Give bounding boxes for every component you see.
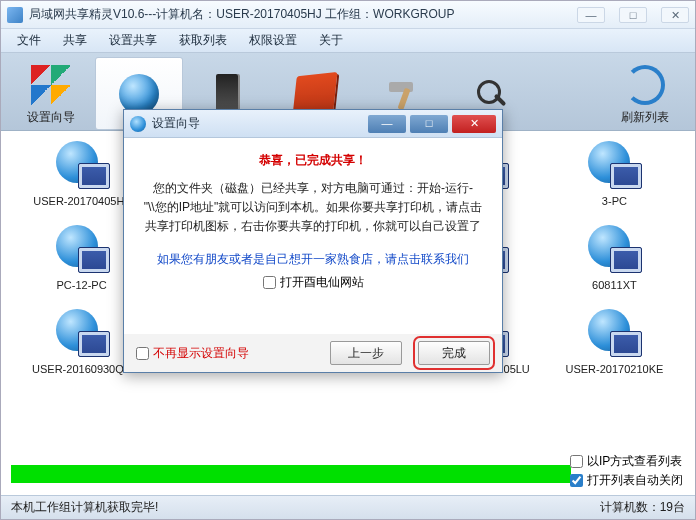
- chk-auto-close-box[interactable]: [570, 474, 583, 487]
- chk-view-by-ip[interactable]: 以IP方式查看列表: [570, 453, 683, 470]
- computer-item[interactable]: USER-20170210KE: [552, 309, 677, 375]
- menubar: 文件 共享 设置共享 获取列表 权限设置 关于: [1, 29, 695, 53]
- status-right: 计算机数：19台: [600, 499, 685, 516]
- computer-icon: [54, 225, 110, 273]
- close-button[interactable]: ✕: [661, 7, 689, 23]
- toolbtn-wizard[interactable]: 设置向导: [7, 57, 95, 130]
- wizard-open-site-chk[interactable]: 打开酉电仙网站: [263, 274, 364, 291]
- wizard-maximize-button[interactable]: □: [410, 115, 448, 133]
- wizard-body: 恭喜，已完成共享！ 您的文件夹（磁盘）已经共享，对方电脑可通过：开始-运行-"\…: [124, 138, 502, 334]
- computer-label: PC-12-PC: [57, 279, 107, 291]
- wizard-titlebar: 设置向导 — □ ✕: [124, 110, 502, 138]
- window-title: 局域网共享精灵V10.6---计算机名：USER-20170405HJ 工作组：…: [29, 6, 577, 23]
- flag-icon: [31, 65, 71, 105]
- wizard-no-again-box[interactable]: [136, 347, 149, 360]
- refresh-icon: [625, 65, 665, 105]
- progress-bar: [11, 465, 571, 483]
- view-options: 以IP方式查看列表 打开列表自动关闭: [570, 453, 683, 489]
- search-icon: [471, 74, 511, 114]
- tower-icon: [216, 74, 238, 112]
- chk-auto-close[interactable]: 打开列表自动关闭: [570, 472, 683, 489]
- computer-item[interactable]: 60811XT: [552, 225, 677, 291]
- main-titlebar: 局域网共享精灵V10.6---计算机名：USER-20170405HJ 工作组：…: [1, 1, 695, 29]
- menu-file[interactable]: 文件: [7, 30, 51, 51]
- wizard-congrats: 恭喜，已完成共享！: [259, 152, 367, 169]
- chk-label: 打开酉电仙网站: [280, 274, 364, 291]
- wizard-desc: 您的文件夹（磁盘）已经共享，对方电脑可通过：开始-运行-"\\您的IP地址"就可…: [142, 179, 484, 237]
- wizard-footer: 不再显示设置向导 上一步 完成: [124, 334, 502, 372]
- computer-icon: [54, 141, 110, 189]
- menu-setshare[interactable]: 设置共享: [99, 30, 167, 51]
- hammer-icon: [383, 74, 423, 114]
- wizard-minimize-button[interactable]: —: [368, 115, 406, 133]
- computer-label: 3-PC: [602, 195, 627, 207]
- computer-icon: [54, 309, 110, 357]
- chk-label: 不再显示设置向导: [153, 345, 249, 362]
- toolbtn-refresh[interactable]: 刷新列表: [601, 57, 689, 130]
- app-icon: [7, 7, 23, 23]
- wizard-close-button[interactable]: ✕: [452, 115, 496, 133]
- status-left: 本机工作组计算机获取完毕!: [11, 499, 158, 516]
- wizard-no-again-chk[interactable]: 不再显示设置向导: [136, 345, 314, 362]
- chk-view-by-ip-box[interactable]: [570, 455, 583, 468]
- toolbtn-label: 刷新列表: [621, 109, 669, 126]
- wizard-open-site-box[interactable]: [263, 276, 276, 289]
- computer-item[interactable]: 3-PC: [552, 141, 677, 207]
- wizard-dialog: 设置向导 — □ ✕ 恭喜，已完成共享！ 您的文件夹（磁盘）已经共享，对方电脑可…: [123, 109, 503, 373]
- computer-label: USER-20170405HJ: [33, 195, 130, 207]
- menu-about[interactable]: 关于: [309, 30, 353, 51]
- wizard-icon: [130, 116, 146, 132]
- chk-label: 打开列表自动关闭: [587, 472, 683, 489]
- wizard-title: 设置向导: [152, 115, 364, 132]
- menu-perm[interactable]: 权限设置: [239, 30, 307, 51]
- menu-share[interactable]: 共享: [53, 30, 97, 51]
- toolbtn-label: 设置向导: [27, 109, 75, 126]
- window-buttons: — □ ✕: [577, 7, 689, 23]
- wizard-link[interactable]: 如果您有朋友或者是自己想开一家熟食店，请点击联系我们: [157, 251, 469, 268]
- maximize-button[interactable]: □: [619, 7, 647, 23]
- minimize-button[interactable]: —: [577, 7, 605, 23]
- computer-label: USER-20170210KE: [565, 363, 663, 375]
- globe-icon: [119, 74, 159, 114]
- computer-label: USER-20160930QX: [32, 363, 131, 375]
- computer-icon: [586, 225, 642, 273]
- menu-getlist[interactable]: 获取列表: [169, 30, 237, 51]
- chk-label: 以IP方式查看列表: [587, 453, 682, 470]
- computer-icon: [586, 141, 642, 189]
- wizard-prev-button[interactable]: 上一步: [330, 341, 402, 365]
- computer-label: 60811XT: [592, 279, 637, 291]
- status-bar: 本机工作组计算机获取完毕! 计算机数：19台: [1, 495, 695, 519]
- computer-icon: [586, 309, 642, 357]
- wizard-finish-button[interactable]: 完成: [418, 341, 490, 365]
